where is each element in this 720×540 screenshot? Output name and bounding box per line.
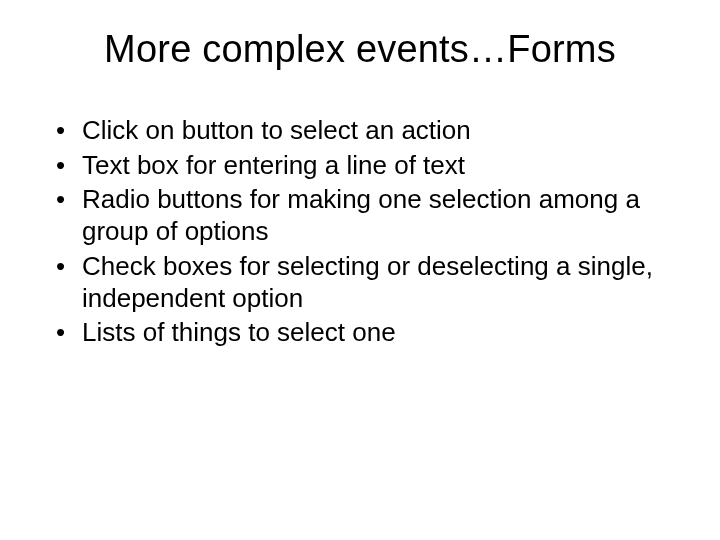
list-item: Check boxes for selecting or deselecting… — [56, 251, 676, 314]
list-item: Radio buttons for making one selection a… — [56, 184, 676, 247]
list-item: Lists of things to select one — [56, 317, 676, 349]
bullet-list: Click on button to select an action Text… — [44, 115, 676, 349]
slide: More complex events…Forms Click on butto… — [0, 0, 720, 540]
list-item: Click on button to select an action — [56, 115, 676, 147]
slide-title: More complex events…Forms — [44, 28, 676, 71]
list-item: Text box for entering a line of text — [56, 150, 676, 182]
